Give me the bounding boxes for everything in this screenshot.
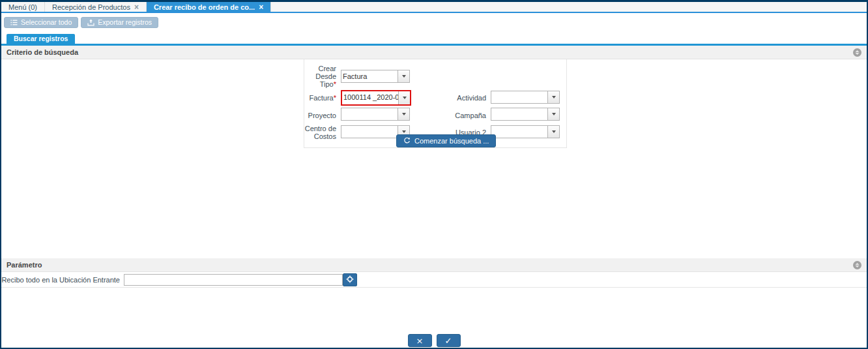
start-search-button[interactable]: Comenzar búsqueda ... (396, 134, 496, 147)
tab-label: Menú (0) (8, 3, 37, 11)
centro-de-costos-label: Centro de Costos (304, 125, 341, 140)
actividad-label: Actividad (412, 94, 491, 102)
cancel-button[interactable]: × (408, 334, 432, 347)
chevron-down-icon (403, 97, 407, 99)
locator-button[interactable] (343, 273, 357, 286)
dropdown-button[interactable] (547, 126, 559, 138)
export-icon (87, 19, 94, 26)
receive-to-locator-label: Recibo todo en la Ubicación Entrante (1, 273, 120, 287)
check-icon: ✓ (445, 337, 452, 345)
crear-desde-tipo-combobox[interactable]: Factura (341, 70, 410, 83)
select-all-label: Seleccionar todo (21, 18, 72, 26)
close-icon[interactable]: × (259, 3, 263, 11)
chevron-down-icon (552, 113, 556, 115)
crear-desde-tipo-label: Crear Desde Tipo* (304, 65, 341, 88)
factura-label: Factura* (304, 94, 341, 102)
campania-label: Campaña (412, 112, 491, 119)
tab-label: Recepción de Productos (52, 3, 130, 11)
export-records-button[interactable]: Exportar registros (81, 17, 158, 28)
locator-icon (346, 275, 354, 285)
select-all-button[interactable]: Seleccionar todo (4, 17, 78, 28)
tab-menu[interactable]: Menú (0) (1, 2, 45, 12)
toolbar: Seleccionar todo Exportar registros (1, 14, 867, 30)
criteria-section-title: Criterio de búsqueda (7, 48, 78, 56)
collapse-icon[interactable] (853, 261, 861, 269)
tab-buscar-registros[interactable]: Buscar registros (7, 34, 75, 44)
proyecto-combobox[interactable] (341, 108, 410, 121)
export-records-label: Exportar registros (98, 18, 152, 26)
campania-combobox[interactable] (491, 108, 560, 121)
list-icon (10, 19, 18, 26)
chevron-down-icon (402, 75, 406, 78)
combobox-value (341, 108, 398, 120)
required-marker: * (334, 94, 336, 102)
factura-combobox[interactable]: 1000114 _2020-09-24 ( (342, 91, 410, 104)
dropdown-button[interactable] (547, 91, 559, 103)
combobox-value (491, 126, 547, 138)
refresh-icon (403, 137, 411, 145)
dropdown-button[interactable] (398, 70, 409, 82)
tab-recepcion-de-productos[interactable]: Recepción de Productos × (45, 2, 147, 12)
chevron-down-icon (552, 96, 556, 99)
collapse-icon[interactable] (853, 48, 861, 57)
criteria-panel-body: Crear Desde Tipo* Factura Factura* 10001 (1, 59, 867, 258)
confirm-button-row: × ✓ (1, 334, 867, 347)
dropdown-button[interactable] (398, 108, 409, 120)
proyecto-label: Proyecto (304, 112, 341, 119)
chevron-down-icon (402, 113, 406, 115)
combobox-value: 1000114 _2020-09-24 ( (342, 91, 398, 104)
ok-button[interactable]: ✓ (437, 334, 461, 347)
chevron-down-icon (552, 130, 556, 133)
dropdown-button[interactable] (547, 108, 559, 120)
parameter-section-header: Parámetro (1, 258, 867, 272)
tab-crear-recibo-active[interactable]: Crear recibo de orden de co... × (147, 2, 271, 12)
actividad-combobox[interactable] (491, 91, 560, 104)
parameter-section-title: Parámetro (7, 261, 42, 269)
required-marker: * (334, 80, 336, 88)
combobox-value (491, 91, 547, 103)
close-icon[interactable]: × (134, 3, 139, 11)
start-search-label: Comenzar búsqueda ... (414, 137, 489, 145)
application-window: Menú (0) Recepción de Productos × Crear … (0, 0, 868, 349)
dropdown-button[interactable] (398, 91, 410, 104)
window-tab-bar: Menú (0) Recepción de Productos × Crear … (1, 2, 867, 13)
criteria-section-header: Criterio de búsqueda (1, 46, 867, 59)
parameter-row: Recibo todo en la Ubicación Entrante (1, 273, 867, 288)
combobox-value: Factura (341, 70, 398, 82)
combobox-value (491, 108, 547, 120)
factura-error-highlight: 1000114 _2020-09-24 ( (341, 90, 411, 106)
usuario-2-combobox[interactable] (491, 125, 560, 138)
tab-label: Crear recibo de orden de co... (154, 3, 255, 11)
combobox-value (341, 126, 398, 138)
receive-to-locator-input[interactable] (124, 274, 343, 286)
cancel-x-icon: × (416, 337, 424, 345)
chevron-down-icon (402, 130, 406, 133)
